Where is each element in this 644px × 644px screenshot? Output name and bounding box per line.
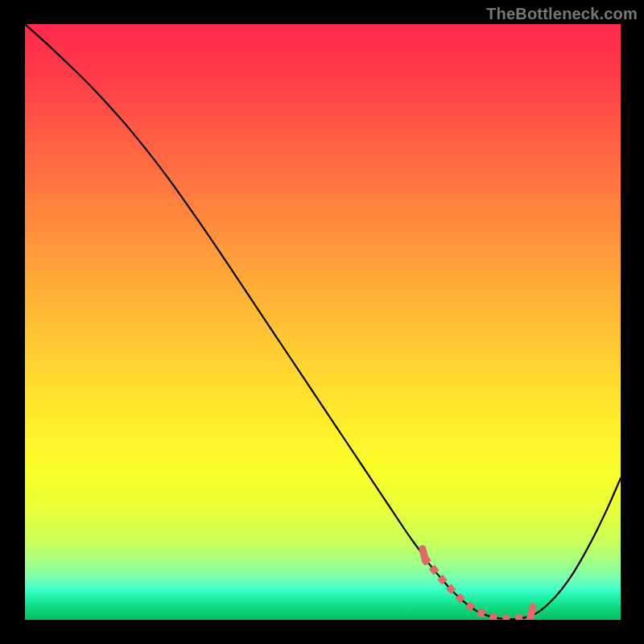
optimal-range-marker-dashes [424,557,531,619]
curve-svg [25,24,621,620]
chart-container: TheBottleneck.com [0,0,644,644]
bottleneck-curve-line [25,24,621,619]
watermark-label: TheBottleneck.com [486,5,638,23]
optimal-range-marker-right-tick [530,607,533,620]
plot-area [25,24,621,620]
